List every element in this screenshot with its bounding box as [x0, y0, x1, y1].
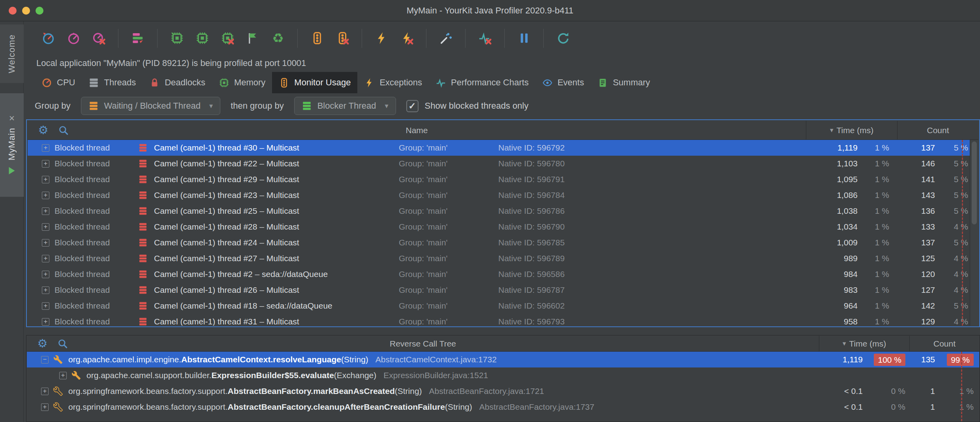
pause-button[interactable] [514, 27, 534, 50]
force-gc-button[interactable]: ♻ [268, 27, 288, 50]
capture-memory-snapshot-button[interactable] [167, 27, 187, 50]
thread-native-id: Native ID: 596792 [498, 143, 565, 153]
waiting-blocked-thread-icon [88, 101, 99, 111]
count-cell: 1334 % [897, 222, 978, 232]
thread-row[interactable]: +Blocked threadCamel (camel-1) thread #2… [28, 282, 978, 298]
expand-icon[interactable]: + [42, 286, 49, 294]
table-settings-icon[interactable]: ⚙ [38, 125, 49, 136]
stop-telemetry-button[interactable] [475, 27, 495, 50]
thread-row[interactable]: +Blocked threadCamel (camel-1) thread #3… [28, 140, 978, 156]
close-session-icon[interactable]: ✕ [9, 115, 15, 122]
time-column-label: Time (ms) [849, 339, 886, 349]
tab-deadlocks[interactable]: Deadlocks [143, 72, 212, 93]
thread-row[interactable]: +Blocked threadCamel (camel-1) thread #2… [28, 171, 978, 187]
window-title: MyMain - YourKit Java Profiler 2020.9-b4… [0, 0, 980, 21]
expand-icon[interactable]: + [41, 388, 49, 395]
thread-name-cell: +Blocked threadCamel (camel-1) thread #2… [28, 285, 806, 295]
thread-row[interactable]: +Blocked threadCamel (camel-1) thread #2… [28, 219, 978, 235]
expand-icon[interactable]: + [42, 255, 49, 262]
stop-cpu-profiling-button[interactable] [89, 27, 109, 50]
time-column-header[interactable]: ▾ Time (ms) [806, 121, 897, 139]
time-value: 1,103 [806, 159, 858, 168]
tab-performance-charts[interactable]: Performance Charts [429, 72, 535, 93]
tab-events[interactable]: Events [535, 72, 591, 93]
expand-icon[interactable]: + [42, 223, 49, 231]
time-cell: 1,0381 % [806, 206, 897, 216]
thread-name: Camel (camel-1) thread #18 – seda://data… [154, 301, 385, 311]
expand-icon[interactable]: + [42, 271, 49, 278]
expand-icon[interactable]: + [42, 239, 49, 247]
tab-monitor-usage[interactable]: Monitor Usage [272, 72, 357, 93]
stop-allocations-button[interactable] [218, 27, 237, 50]
expand-icon[interactable]: + [59, 372, 67, 379]
set-flag-button[interactable] [243, 27, 263, 50]
tab-exceptions[interactable]: Exceptions [357, 72, 429, 93]
thread-row[interactable]: +Blocked threadCamel (camel-1) thread #2… [28, 266, 978, 282]
expand-icon[interactable]: + [41, 403, 49, 411]
thread-row[interactable]: +Blocked threadCamel (camel-1) thread #2… [28, 156, 978, 171]
calltree-row[interactable]: +org.springframework.beans.factory.suppo… [27, 383, 979, 399]
search-icon[interactable] [58, 125, 69, 136]
record-allocations-button[interactable] [192, 27, 212, 50]
count-column-header[interactable]: Count [909, 336, 979, 351]
expand-icon[interactable]: − [41, 356, 49, 364]
expand-icon[interactable]: + [42, 176, 49, 183]
count-column-header[interactable]: Count [897, 121, 978, 139]
welcome-tab[interactable]: Welcome [0, 24, 24, 83]
thread-row[interactable]: +Blocked threadCamel (camel-1) thread #1… [28, 298, 978, 314]
expand-icon[interactable]: + [42, 192, 49, 199]
calltree-row[interactable]: +org.apache.camel.support.builder.Expres… [27, 367, 979, 383]
thread-row[interactable]: +Blocked threadCamel (camel-1) thread #3… [28, 314, 978, 326]
monitor-profiling-button[interactable] [307, 27, 327, 50]
thread-row[interactable]: +Blocked threadCamel (camel-1) thread #2… [28, 235, 978, 251]
inspections-button[interactable] [436, 27, 456, 50]
monitor-profiling-icon [310, 31, 324, 45]
show-blocked-threads-checkbox[interactable]: ✓ [406, 100, 419, 112]
scrollbar-thumb[interactable] [972, 141, 977, 224]
calltree-title-header[interactable]: ⚙ Reverse Call Tree [27, 336, 819, 351]
expand-icon[interactable]: + [42, 144, 49, 152]
group-by-value: Waiting / Blocked Thread [104, 101, 201, 111]
expand-icon[interactable]: + [42, 207, 49, 215]
time-value: 1,009 [806, 238, 858, 247]
time-value: 983 [806, 285, 858, 295]
thread-row[interactable]: +Blocked threadCamel (camel-1) thread #2… [28, 251, 978, 266]
stop-exception-profiling-button[interactable] [397, 27, 417, 50]
exception-profiling-button[interactable] [372, 27, 391, 50]
time-cell: 1,119100 % [819, 354, 909, 366]
then-group-by-dropdown[interactable]: Blocker Thread ▾ [294, 97, 396, 115]
cpu-sampling-icon [67, 31, 81, 45]
mymain-session-tab[interactable]: ✕ MyMain [0, 93, 24, 197]
calltree-row[interactable]: +org.springframework.beans.factory.suppo… [27, 399, 979, 415]
expand-icon[interactable]: + [42, 302, 49, 310]
time-percent-wrap: 0 % [863, 386, 909, 396]
thread-group: Group: 'main' [399, 238, 498, 247]
thread-states-button[interactable] [128, 27, 148, 50]
tab-label: Exceptions [379, 77, 422, 88]
calltree-row[interactable]: −org.apache.camel.impl.engine.AbstractCa… [27, 352, 979, 367]
profile-cpu-button[interactable] [38, 27, 58, 50]
blocked-thread-icon [138, 175, 148, 184]
thread-row[interactable]: +Blocked threadCamel (camel-1) thread #2… [28, 187, 978, 203]
pause-icon [517, 31, 531, 45]
expand-icon[interactable]: + [42, 318, 49, 326]
search-icon[interactable] [57, 338, 68, 349]
tab-threads[interactable]: Threads [82, 72, 143, 93]
refresh-button[interactable] [553, 27, 573, 50]
cpu-sampling-button[interactable] [64, 27, 83, 50]
time-column-header[interactable]: ▾ Time (ms) [819, 336, 909, 351]
group-by-dropdown[interactable]: Waiting / Blocked Thread ▾ [81, 97, 221, 115]
tab-summary[interactable]: Summary [591, 72, 657, 93]
thread-name-cell: +Blocked threadCamel (camel-1) thread #3… [28, 143, 806, 153]
blocked-thread-icon [138, 190, 148, 200]
vertical-scrollbar[interactable] [970, 140, 978, 326]
expand-icon[interactable]: + [42, 160, 49, 168]
tab-cpu[interactable]: CPU [35, 72, 82, 93]
name-column-header[interactable]: ⚙ Name [28, 121, 806, 139]
table-settings-icon[interactable]: ⚙ [37, 338, 48, 349]
stop-monitor-profiling-button[interactable] [332, 27, 352, 50]
thread-row[interactable]: +Blocked threadCamel (camel-1) thread #2… [28, 203, 978, 219]
count-value: 142 [897, 301, 935, 311]
tab-memory[interactable]: Memory [212, 72, 272, 93]
time-column-label: Time (ms) [836, 126, 873, 135]
